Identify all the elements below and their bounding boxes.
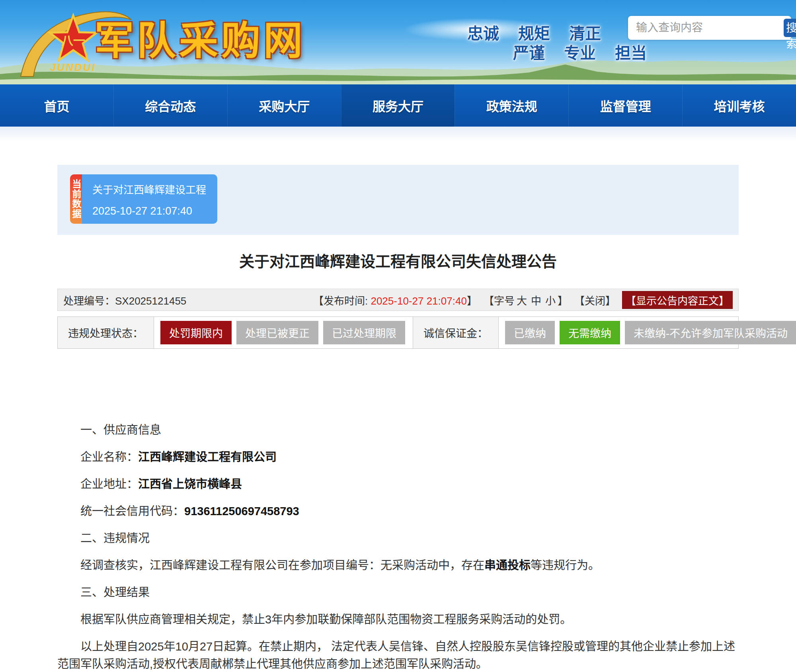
current-data-body: 关于对江西峰辉建设工程 2025-10-27 21:07:40 bbox=[82, 174, 217, 224]
status-bar: 违规处理状态： 处罚期限内 处理已被更正 已过处理期限 诚信保证金： 已缴纳 无… bbox=[57, 316, 739, 349]
status-chip-unpaid: 未缴纳-不允许参加军队采购活动 bbox=[625, 321, 796, 344]
meta-bar: 处理编号：SX2025121455 【发布时间: 2025-10-27 21:0… bbox=[57, 289, 739, 311]
main-content: 当前数据 关于对江西峰辉建设工程 2025-10-27 21:07:40 关于对… bbox=[0, 165, 796, 672]
font-size-medium-button[interactable]: 中 bbox=[531, 295, 541, 307]
site-banner: 八一 JUNDUI 军队采购网 忠诚 规矩 清正 严谨 专业 担当 搜索 bbox=[0, 0, 796, 84]
motto-line-2: 严谨 专业 担当 bbox=[513, 40, 647, 63]
status-chip-expired: 已过处理期限 bbox=[323, 321, 405, 344]
nav-shadow bbox=[0, 127, 796, 142]
result-paragraph-1: 根据军队供应商管理相关规定，禁止3年内参加联勤保障部队范围物资工程服务采购活动的… bbox=[57, 611, 739, 628]
deposit-status-label: 诚信保证金： bbox=[413, 317, 499, 348]
search-input[interactable] bbox=[628, 21, 784, 34]
motto-word: 严谨 bbox=[513, 40, 545, 63]
meta-controls: 【发布时间: 2025-10-27 21:07:40】 【字号大中小】 【关闭】… bbox=[313, 291, 733, 309]
section-heading-violation: 二、违规情况 bbox=[57, 529, 739, 547]
status-chip-not-required: 无需缴纳 bbox=[560, 321, 620, 344]
status-chip-corrected: 处理已被更正 bbox=[236, 321, 318, 344]
motto-word: 忠诚 bbox=[467, 21, 499, 44]
process-number: 处理编号：SX2025121455 bbox=[63, 293, 186, 307]
company-address-value: 江西省上饶市横峰县 bbox=[138, 478, 242, 490]
process-number-value: SX2025121455 bbox=[115, 295, 186, 307]
section-heading-result: 三、处理结果 bbox=[57, 584, 739, 601]
page: 八一 JUNDUI 军队采购网 忠诚 规矩 清正 严谨 专业 担当 搜索 首页 … bbox=[0, 0, 796, 672]
violation-status-label: 违规处理状态： bbox=[58, 317, 154, 348]
font-size-small-button[interactable]: 小 bbox=[545, 295, 556, 307]
current-data-tab: 当前数据 bbox=[70, 174, 82, 224]
publish-time: 【发布时间: 2025-10-27 21:07:40】 bbox=[313, 293, 477, 307]
violation-status-options: 处罚期限内 处理已被更正 已过处理期限 bbox=[154, 317, 413, 348]
close-button[interactable]: 【关闭】 bbox=[574, 293, 616, 307]
nav-item-procurement-hall[interactable]: 采购大厅 bbox=[227, 84, 341, 127]
company-name-line: 企业名称：江西峰辉建设工程有限公司 bbox=[57, 448, 739, 466]
nav-item-news[interactable]: 综合动态 bbox=[113, 84, 227, 127]
motto-word: 专业 bbox=[564, 40, 596, 63]
status-chip-paid: 已缴纳 bbox=[505, 321, 555, 344]
current-data-timestamp: 2025-10-27 21:07:40 bbox=[92, 205, 206, 217]
company-name-value: 江西峰辉建设工程有限公司 bbox=[138, 451, 277, 463]
company-address-line: 企业地址：江西省上饶市横峰县 bbox=[57, 475, 739, 493]
current-data-panel: 当前数据 关于对江西峰辉建设工程 2025-10-27 21:07:40 bbox=[57, 165, 739, 235]
violation-detail-line: 经调查核实，江西峰辉建设工程有限公司在参加项目编号：无采购活动中，存在串通投标等… bbox=[57, 557, 739, 574]
nav-item-service-hall[interactable]: 服务大厅 bbox=[341, 84, 455, 127]
emblem-star-text: 八一 bbox=[61, 34, 85, 47]
motto-word: 担当 bbox=[615, 40, 647, 63]
search-bar: 搜索 bbox=[628, 16, 791, 40]
nav-item-training[interactable]: 培训考核 bbox=[682, 84, 796, 127]
site-title: 军队采购网 bbox=[95, 9, 306, 65]
font-size-large-button[interactable]: 大 bbox=[517, 295, 527, 307]
font-size-controls: 【字号大中小】 bbox=[484, 293, 568, 307]
credit-code-value: 913611250697458793 bbox=[184, 505, 299, 518]
search-button[interactable]: 搜索 bbox=[784, 19, 796, 37]
announcement-title: 关于对江西峰辉建设工程有限公司失信处理公告 bbox=[0, 249, 796, 271]
credit-code-line: 统一社会信用代码：913611250697458793 bbox=[57, 502, 739, 520]
current-data-title: 关于对江西峰辉建设工程 bbox=[92, 182, 206, 196]
deposit-status-options: 已缴纳 无需缴纳 未缴纳-不允许参加军队采购活动 bbox=[499, 317, 796, 348]
current-data-card: 当前数据 关于对江西峰辉建设工程 2025-10-27 21:07:40 bbox=[70, 174, 217, 224]
emblem-caption: JUNDUI bbox=[50, 61, 96, 73]
violation-type: 串通投标 bbox=[484, 559, 531, 572]
status-chip-within-penalty: 处罚期限内 bbox=[160, 321, 232, 344]
nav-item-policies[interactable]: 政策法规 bbox=[455, 84, 568, 127]
process-number-label: 处理编号： bbox=[63, 295, 115, 307]
announcement-body: 一、供应商信息 企业名称：江西峰辉建设工程有限公司 企业地址：江西省上饶市横峰县… bbox=[57, 421, 739, 672]
publish-time-value: 2025-10-27 21:07:40 bbox=[371, 295, 466, 307]
section-heading-supplier: 一、供应商信息 bbox=[57, 421, 739, 439]
nav-item-home[interactable]: 首页 bbox=[0, 84, 113, 127]
show-content-button[interactable]: 【显示公告内容正文】 bbox=[622, 291, 733, 309]
main-nav: 首页 综合动态 采购大厅 服务大厅 政策法规 监督管理 培训考核 bbox=[0, 84, 796, 127]
nav-item-supervision[interactable]: 监督管理 bbox=[568, 84, 682, 127]
result-paragraph-2: 以上处理自2025年10月27日起算。在禁止期内， 法定代表人吴信锋、自然人控股… bbox=[57, 638, 739, 672]
